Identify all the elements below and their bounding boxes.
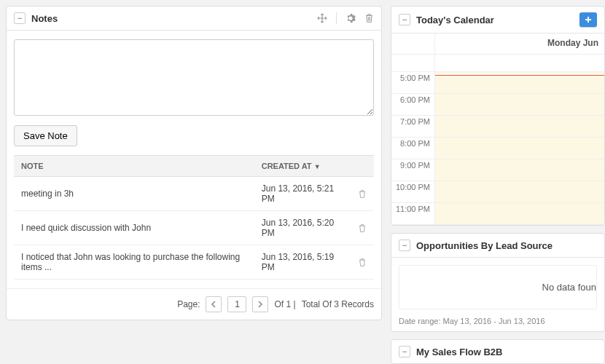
now-indicator <box>435 75 604 76</box>
sort-desc-icon: ▼ <box>314 163 321 170</box>
time-slot[interactable] <box>435 138 604 159</box>
col-note[interactable]: NOTE <box>14 156 254 177</box>
note-created: Jun 13, 2016, 5:19 PM <box>254 245 351 280</box>
note-text: I need quick discussion with John <box>14 211 254 245</box>
prev-page-button[interactable] <box>206 296 222 312</box>
time-slot[interactable] <box>435 159 604 181</box>
next-page-button[interactable] <box>252 296 268 312</box>
notes-panel: − Notes <box>6 6 382 320</box>
table-row[interactable]: I need quick discussion with John Jun 13… <box>14 211 374 245</box>
collapse-icon[interactable]: − <box>399 14 410 25</box>
opportunities-panel: − Opportunities By Lead Source No data f… <box>391 233 605 332</box>
day-header: Monday Jun <box>435 33 604 54</box>
row-delete-icon[interactable] <box>351 177 374 211</box>
table-row[interactable]: I noticed that John was looking to purch… <box>14 245 374 280</box>
notes-table: NOTE CREATED AT ▼ meeting in 3h Jun 13, … <box>14 155 374 280</box>
trash-icon[interactable] <box>364 13 374 23</box>
hour-label: 5:00 PM <box>391 72 435 93</box>
add-event-button[interactable] <box>579 12 597 27</box>
col-created-at[interactable]: CREATED AT ▼ <box>254 156 351 177</box>
hour-label: 8:00 PM <box>391 138 435 159</box>
panel-title: Opportunities By Lead Source <box>416 240 597 251</box>
note-created: Jun 13, 2016, 5:20 PM <box>254 211 351 245</box>
save-note-button[interactable]: Save Note <box>14 125 77 146</box>
table-row[interactable]: meeting in 3h Jun 13, 2016, 5:21 PM <box>14 177 374 211</box>
hour-label: 7:00 PM <box>391 116 435 137</box>
date-range: Date range: May 13, 2016 - Jun 13, 2016 <box>391 317 604 331</box>
panel-title: My Sales Flow B2B <box>416 347 597 357</box>
pager-total: Total Of 3 Records <box>302 299 374 309</box>
no-data-message: No data foun <box>399 265 597 309</box>
note-text: meeting in 3h <box>14 177 254 211</box>
calendar-panel: − Today's Calendar Monday Jun 5:00 PM6:0… <box>391 6 605 226</box>
time-slot[interactable] <box>435 181 604 202</box>
pager-label: Page: <box>177 299 200 309</box>
collapse-icon[interactable]: − <box>399 240 410 251</box>
hour-label: 6:00 PM <box>391 94 435 115</box>
panel-title: Today's Calendar <box>416 15 579 25</box>
row-delete-icon[interactable] <box>351 211 374 245</box>
collapse-icon[interactable]: − <box>14 12 26 24</box>
sales-flow-panel: − My Sales Flow B2B <box>391 339 605 364</box>
hour-label: 9:00 PM <box>391 159 435 181</box>
note-created: Jun 13, 2016, 5:21 PM <box>254 177 351 211</box>
pager-of: Of 1 | <box>274 299 295 309</box>
calendar-grid[interactable]: 5:00 PM6:00 PM7:00 PM8:00 PM9:00 PM10:00… <box>391 72 604 225</box>
time-slot[interactable] <box>435 94 604 115</box>
hour-label: 10:00 PM <box>391 181 435 202</box>
move-icon[interactable] <box>317 13 327 23</box>
note-textarea[interactable] <box>14 39 374 116</box>
panel-title: Notes <box>31 13 317 24</box>
row-delete-icon[interactable] <box>351 245 374 280</box>
collapse-icon[interactable]: − <box>399 346 410 357</box>
page-number[interactable]: 1 <box>227 296 246 312</box>
gear-icon[interactable] <box>346 13 356 23</box>
time-slot[interactable] <box>435 116 604 137</box>
note-text: I noticed that John was looking to purch… <box>14 245 254 280</box>
time-slot[interactable] <box>435 203 604 224</box>
hour-label: 11:00 PM <box>391 203 435 224</box>
